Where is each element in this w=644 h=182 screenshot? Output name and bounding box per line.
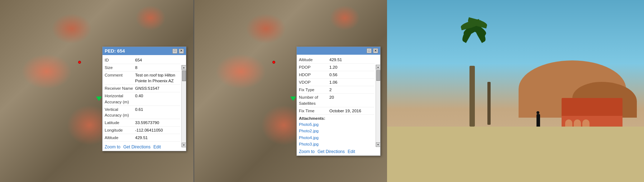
left-field-value-0: 654 bbox=[135, 57, 180, 63]
left-get-directions-link[interactable]: Get Directions bbox=[123, 144, 151, 149]
right-scroll-up[interactable]: ▲ bbox=[376, 65, 381, 69]
right-popup-scrollbar[interactable]: ▲ ▼ bbox=[376, 65, 380, 147]
right-field-value-0: 429.51 bbox=[329, 57, 375, 63]
right-popup-close[interactable]: ✕ bbox=[373, 48, 378, 53]
right-field-label-4: Fix Type bbox=[299, 87, 329, 93]
right-map-marker-green bbox=[290, 97, 296, 101]
left-field-label-2: Comment bbox=[105, 72, 135, 78]
right-popup-body: Altitude 429.51 PDOP 1.20 HDOP 0.56 VDOP… bbox=[297, 55, 380, 148]
right-scrollbar-thumb[interactable] bbox=[376, 70, 380, 81]
right-popup-row: Number of Satellites 20 bbox=[299, 94, 375, 107]
attachment-link-2[interactable]: Photo4.jpg bbox=[299, 134, 375, 141]
left-popup-header: PED: 654 □ ✕ bbox=[102, 47, 186, 55]
photo-panel bbox=[387, 0, 644, 182]
left-popup-controls: □ ✕ bbox=[172, 49, 184, 54]
left-field-label-7: Longitude bbox=[105, 127, 135, 133]
left-field-label-4: Horizontal Accuracy (m) bbox=[105, 93, 135, 104]
left-popup-row: Horizontal Accuracy (m) 0.40 bbox=[105, 92, 180, 105]
right-map-marker-red bbox=[272, 61, 275, 64]
left-field-value-4: 0.40 bbox=[135, 93, 180, 99]
left-field-label-5: Vertical Accuracy (m) bbox=[105, 107, 135, 118]
attachments-label: Attachments: bbox=[299, 116, 325, 120]
attachment-link-1[interactable]: Photo2.jpg bbox=[299, 128, 375, 134]
left-popup-row: Size 8 bbox=[105, 64, 180, 72]
photo-ground bbox=[387, 127, 644, 182]
left-field-value-5: 0.61 bbox=[135, 107, 180, 112]
left-zoom-to-link[interactable]: Zoom to bbox=[105, 144, 120, 149]
right-zoom-to-link[interactable]: Zoom to bbox=[299, 149, 315, 154]
photo-tree-trunk bbox=[469, 66, 475, 127]
right-field-label-1: PDOP bbox=[299, 64, 329, 70]
right-field-value-3: 1.06 bbox=[329, 79, 375, 85]
left-popup-minimize[interactable]: □ bbox=[172, 49, 177, 54]
right-popup-row: Fix Time October 19, 2016 bbox=[299, 107, 375, 115]
right-edit-link[interactable]: Edit bbox=[348, 149, 355, 154]
right-popup-row: Fix Type 2 bbox=[299, 86, 375, 94]
attachment-link-3[interactable]: Photo3.jpg bbox=[299, 141, 375, 147]
left-edit-link[interactable]: Edit bbox=[153, 144, 161, 149]
right-field-value-4: 2 bbox=[329, 87, 375, 93]
right-popup-minimize[interactable]: □ bbox=[367, 48, 372, 53]
right-scroll-down[interactable]: ▼ bbox=[376, 142, 381, 147]
left-popup-row: ID 654 bbox=[105, 56, 180, 64]
right-field-label-0: Altitude bbox=[299, 57, 329, 63]
left-field-label-6: Latitude bbox=[105, 120, 135, 126]
left-map-marker-red bbox=[78, 61, 81, 64]
photo-tree-trunk-2 bbox=[487, 82, 491, 125]
left-field-value-8: 429.51 bbox=[135, 135, 180, 141]
left-field-value-7: -112.06411050 bbox=[135, 127, 180, 133]
right-popup-row: Altitude 429.51 bbox=[299, 56, 375, 64]
left-popup-scrollbar[interactable]: ▲ ▼ bbox=[181, 65, 186, 147]
left-scroll-down[interactable]: ▼ bbox=[182, 143, 186, 147]
right-field-value-5: 20 bbox=[329, 94, 375, 100]
left-map-marker-green bbox=[96, 97, 102, 101]
left-scrollbar-thumb[interactable] bbox=[182, 70, 186, 81]
right-popup-controls: □ ✕ bbox=[367, 48, 378, 53]
left-field-value-2: Test on roof top Hilton Pointe In Phoeni… bbox=[135, 72, 180, 84]
photo-building-arches bbox=[562, 116, 622, 127]
left-popup-body: ID 654 Size 8 Comment Test on roof top H… bbox=[102, 55, 186, 143]
left-field-label-8: Altitude bbox=[105, 135, 135, 141]
attachment-link-4[interactable]: Photo1.jpg bbox=[299, 147, 375, 148]
left-field-label-0: ID bbox=[105, 57, 135, 63]
right-field-value-6: October 19, 2016 bbox=[329, 108, 375, 114]
left-popup-row: Receiver Name GNSS:51547 bbox=[105, 85, 180, 92]
photo-scene bbox=[387, 0, 644, 182]
left-popup-row: Vertical Accuracy (m) 0.61 bbox=[105, 106, 180, 119]
left-popup-row: Altitude 429.51 bbox=[105, 134, 180, 142]
left-field-label-3: Receiver Name bbox=[105, 85, 135, 91]
right-field-value-2: 0.56 bbox=[329, 72, 375, 78]
left-field-value-6: 33.59573790 bbox=[135, 120, 180, 126]
right-popup-row: HDOP 0.56 bbox=[299, 71, 375, 79]
left-popup-row: Longitude -112.06411050 bbox=[105, 127, 180, 134]
right-field-label-3: VDOP bbox=[299, 79, 329, 85]
photo-palm-leaves bbox=[457, 18, 493, 57]
left-popup-close[interactable]: ✕ bbox=[179, 49, 184, 54]
right-popup-row: PDOP 1.20 bbox=[299, 64, 375, 71]
left-popup-row: Latitude 33.59573790 bbox=[105, 119, 180, 127]
right-field-label-2: HDOP bbox=[299, 72, 329, 78]
photo-person-silhouette bbox=[536, 114, 540, 127]
attachment-link-0[interactable]: Photo5.jpg bbox=[299, 121, 375, 128]
left-popup-footer: Zoom to Get Directions Edit bbox=[102, 143, 186, 151]
right-field-label-6: Fix Time bbox=[299, 108, 329, 114]
left-field-value-1: 8 bbox=[135, 65, 180, 70]
left-field-label-1: Size bbox=[105, 65, 135, 70]
left-map-panel: PED: 654 □ ✕ ID 654 Size 8 Comment Test … bbox=[0, 0, 194, 182]
right-field-label-5: Number of Satellites bbox=[299, 94, 329, 106]
right-popup-header: □ ✕ bbox=[297, 47, 380, 55]
right-popup-row: VDOP 1.06 bbox=[299, 79, 375, 86]
left-popup-row: Comment Test on roof top Hilton Pointe I… bbox=[105, 72, 180, 85]
right-map-panel: □ ✕ Altitude 429.51 PDOP 1.20 HDOP 0.56 … bbox=[194, 0, 387, 182]
left-popup: PED: 654 □ ✕ ID 654 Size 8 Comment Test … bbox=[102, 46, 186, 151]
right-popup: □ ✕ Altitude 429.51 PDOP 1.20 HDOP 0.56 … bbox=[296, 46, 381, 156]
right-field-value-1: 1.20 bbox=[329, 64, 375, 70]
left-scroll-up[interactable]: ▲ bbox=[182, 65, 186, 70]
photo-person-head bbox=[536, 111, 539, 114]
right-get-directions-link[interactable]: Get Directions bbox=[318, 149, 345, 154]
left-field-value-3: GNSS:51547 bbox=[135, 85, 180, 91]
left-popup-title: PED: 654 bbox=[105, 48, 125, 54]
right-popup-footer: Zoom to Get Directions Edit bbox=[297, 148, 380, 156]
